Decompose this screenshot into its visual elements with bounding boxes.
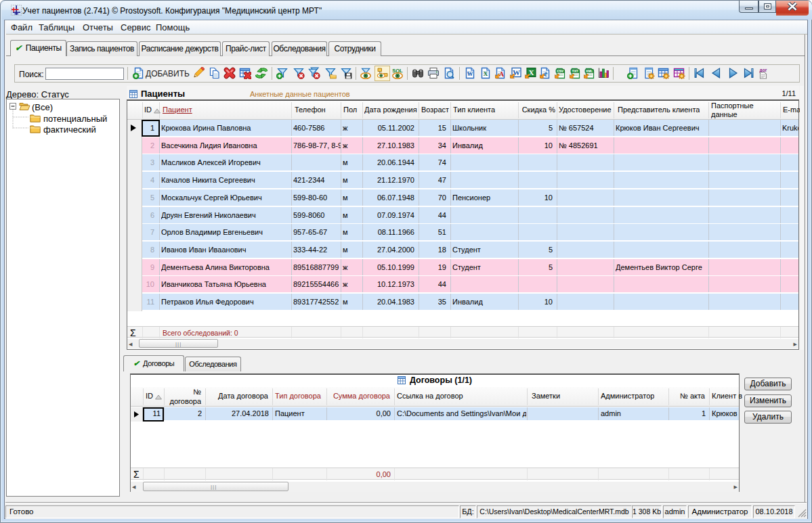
svg-text:TXT: TXT xyxy=(572,70,578,73)
svg-text:XML: XML xyxy=(586,70,593,73)
svg-text:A: A xyxy=(499,70,505,78)
svg-text:CSV: CSV xyxy=(557,70,563,73)
svg-text:W: W xyxy=(467,70,473,77)
svg-text:дог: дог xyxy=(760,68,767,73)
svg-text:X: X xyxy=(484,70,488,77)
svg-text:e: e xyxy=(544,69,548,78)
